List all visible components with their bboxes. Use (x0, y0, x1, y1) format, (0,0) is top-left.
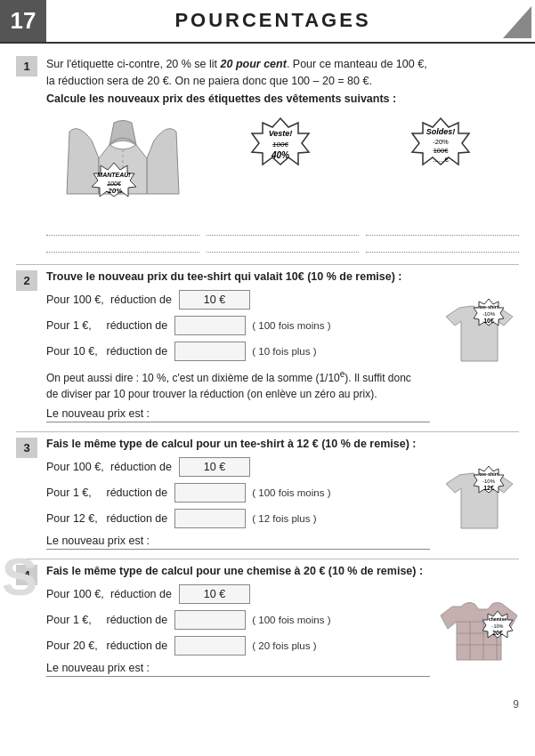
jacket-image-wrap: MANTEAU! 100€ -20% (65, 114, 181, 216)
calc-row-3-3: Pour 12 €, réduction de ( 12 fois plus ) (46, 509, 430, 528)
section-2-right: tee-shirt -10% 10€ (439, 290, 519, 370)
svg-text:Soldes!: Soldes! (426, 127, 455, 136)
section-3-new-price: Le nouveau prix est : (46, 535, 430, 550)
new-price-label-2: Le nouveau prix est : (46, 407, 150, 420)
calc-value-2-1[interactable]: 10 € (179, 290, 250, 310)
svg-text:-10%: -10% (482, 311, 495, 317)
svg-text:tee-shirt: tee-shirt (479, 471, 499, 477)
section-4-title: Fais le même type de calcul pour une che… (46, 565, 519, 577)
new-price-label-3: Le nouveau prix est : (46, 535, 150, 547)
vest-item: Veste! 100€ 40% (207, 114, 360, 255)
svg-text:10€: 10€ (483, 318, 494, 324)
divider-1 (16, 264, 519, 265)
soldes-item: Soldes! -20% 100€ ......€ (366, 114, 519, 255)
jacket-item: MANTEAU! 100€ -20% (46, 114, 199, 255)
calc-prefix-2-2: réduction de (103, 319, 167, 332)
page-number: 9 (0, 695, 535, 714)
intro-text-3: la réduction sera de 20 €. On ne paiera … (46, 75, 372, 87)
svg-text:Veste!: Veste! (269, 129, 293, 138)
calc-note-4-2: ( 100 fois moins ) (252, 615, 330, 625)
calc-row-3-2: Pour 1 €, réduction de ( 100 fois moins … (46, 483, 430, 503)
tshirt-2-svg: tee-shirt -10% 10€ (442, 290, 517, 370)
svg-text:100€: 100€ (107, 181, 122, 187)
calc-prefix-3-1: réduction de (108, 461, 172, 473)
section-2-inner: Pour 100 €, réduction de 10 € Pour 1 €, … (46, 290, 519, 422)
clothes-row: MANTEAU! 100€ -20% (46, 114, 519, 255)
vest-line-2 (207, 238, 360, 253)
section-1-number: 1 (16, 56, 37, 76)
soldes-line-2 (366, 238, 519, 253)
svg-text:100€: 100€ (433, 147, 449, 155)
jacket-svg: MANTEAU! 100€ -20% (65, 114, 181, 216)
bold-instruction: Calcule les nouveaux prix des étiquettes… (46, 92, 396, 105)
calc-row-3-1: Pour 100 €, réduction de 10 € (46, 457, 430, 477)
calc-input-3-3[interactable] (174, 509, 246, 528)
tshirt-3-svg: tee-shirt -10% 12€ (442, 457, 517, 537)
intro-paragraph: Sur l'étiquette ci-contre, 20 % se lit 2… (46, 56, 519, 108)
svg-text:-10%: -10% (492, 623, 504, 629)
chapter-number: 17 (0, 0, 46, 42)
section-4-inner: Pour 100 €, réduction de 10 € Pour 1 €, … (46, 584, 519, 677)
calc-label-3-3: Pour 12 €, (46, 512, 100, 525)
section-4-left: Pour 100 €, réduction de 10 € Pour 1 €, … (46, 584, 430, 677)
svg-text:100€: 100€ (272, 141, 288, 149)
shirt-4-svg: chemise -10% 20€ (439, 584, 519, 669)
section-1: 1 Sur l'étiquette ci-contre, 20 % se lit… (16, 56, 519, 255)
section-2-content: Trouve le nouveau prix du tee-shirt qui … (46, 270, 519, 422)
svg-text:chemise: chemise (489, 616, 507, 622)
svg-text:40%: 40% (271, 150, 289, 160)
jacket-line-1 (46, 221, 199, 236)
calc-value-3-1[interactable]: 10 € (179, 457, 250, 477)
svg-text:-10%: -10% (482, 479, 495, 484)
calc-input-2-3[interactable] (174, 342, 246, 361)
calc-note-3-2: ( 100 fois moins ) (252, 487, 330, 498)
vest-answer-lines (207, 221, 360, 255)
vest-svg: Veste! 100€ 40% (231, 114, 334, 216)
calc-row-2-3: Pour 10 €, réduction de ( 10 fois plus ) (46, 342, 430, 361)
calc-input-4-2[interactable] (174, 610, 246, 630)
calc-prefix-3-2: réduction de (103, 487, 167, 499)
calc-note-3-3: ( 12 fois plus ) (252, 513, 316, 524)
svg-text:......€: ......€ (433, 156, 449, 164)
divider-2 (16, 431, 519, 432)
calc-label-2-1: Pour 100 €, (46, 294, 104, 306)
calc-note-2-3: ( 10 fois plus ) (252, 346, 316, 357)
section-4: 4 Fais le même type de calcul pour une c… (16, 565, 519, 677)
calc-row-4-3: Pour 20 €, réduction de ( 20 fois plus ) (46, 636, 430, 655)
soldes-line-1 (366, 221, 519, 236)
calc-row-2-2: Pour 1 €, réduction de ( 100 fois moins … (46, 316, 430, 335)
vest-image-wrap: Veste! 100€ 40% (231, 114, 334, 216)
calc-input-4-3[interactable] (174, 636, 246, 655)
section-3-number: 3 (16, 438, 37, 458)
calc-prefix-4-1: réduction de (108, 588, 172, 600)
calc-row-4-1: Pour 100 €, réduction de 10 € (46, 584, 430, 604)
calc-row-2-1: Pour 100 €, réduction de 10 € (46, 290, 430, 310)
section-1-content: Sur l'étiquette ci-contre, 20 % se lit 2… (46, 56, 519, 255)
calc-note-2-2: ( 100 fois moins ) (252, 320, 330, 331)
calc-label-3-2: Pour 1 €, (46, 487, 100, 499)
calc-prefix-4-2: réduction de (103, 614, 167, 626)
soldes-svg: Soldes! -20% 100€ ......€ (392, 114, 494, 216)
svg-text:20€: 20€ (492, 630, 503, 636)
section-3: 3 Fais le même type de calcul pour un te… (16, 438, 519, 550)
calc-prefix-2-3: réduction de (103, 345, 167, 358)
svg-text:tee-shirt: tee-shirt (479, 304, 499, 310)
calc-label-4-2: Pour 1 €, (46, 614, 100, 626)
new-price-label-4: Le nouveau prix est : (46, 662, 150, 674)
section-2-left: Pour 100 €, réduction de 10 € Pour 1 €, … (46, 290, 430, 422)
intro-text-1: Sur l'étiquette ci-contre, 20 % se lit (46, 58, 221, 70)
calc-input-2-2[interactable] (174, 316, 246, 335)
calc-label-2-3: Pour 10 €, (46, 345, 100, 358)
section-3-inner: Pour 100 €, réduction de 10 € Pour 1 €, … (46, 457, 519, 550)
calc-prefix-4-3: réduction de (103, 639, 167, 652)
vest-line-1 (207, 221, 360, 236)
chapter-title: POURCENTAGES (46, 0, 499, 42)
calc-prefix-2-1: réduction de (108, 294, 172, 306)
calc-label-4-1: Pour 100 €, (46, 588, 104, 600)
calc-value-4-1[interactable]: 10 € (179, 584, 250, 604)
calc-input-3-2[interactable] (174, 483, 246, 503)
svg-text:12€: 12€ (483, 485, 494, 491)
calc-label-2-2: Pour 1 €, (46, 319, 100, 332)
section-4-content: Fais le même type de calcul pour une che… (46, 565, 519, 677)
section-2-new-price: Le nouveau prix est : (46, 407, 430, 422)
